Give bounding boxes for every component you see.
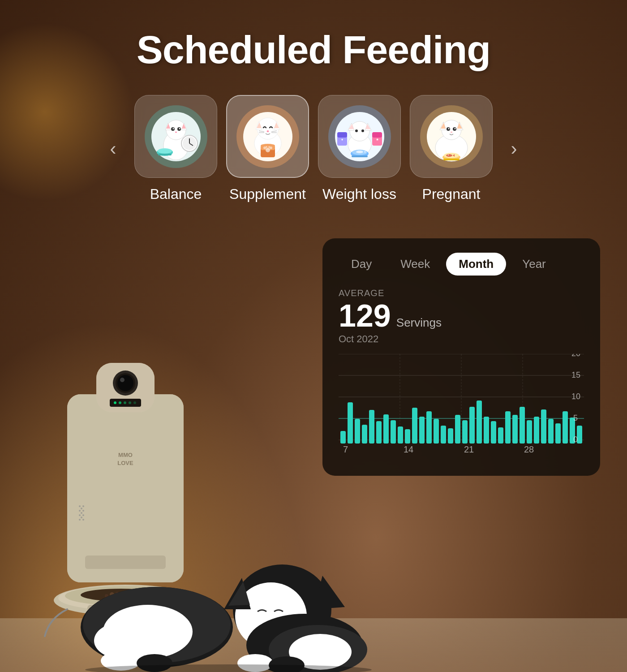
svg-point-44 [350,121,369,141]
svg-rect-57 [372,132,382,138]
prev-arrow[interactable]: ‹ [101,137,125,161]
svg-rect-184 [512,415,518,444]
svg-point-40 [268,146,270,148]
svg-rect-183 [505,411,511,444]
svg-rect-187 [534,417,539,444]
svg-point-79 [446,154,452,157]
svg-point-94 [119,401,121,404]
chart-value-row: 129 Servings [339,300,584,332]
svg-text:21: 21 [464,444,474,454]
svg-rect-185 [520,407,525,444]
svg-point-28 [266,130,269,132]
svg-rect-176 [455,415,460,444]
svg-text:0: 0 [573,435,578,444]
mode-card-weight-loss[interactable]: ♦ ★ Weight loss [318,95,401,202]
svg-text:7: 7 [343,444,348,454]
page-title: Scheduled Feeding [137,27,490,73]
svg-point-10 [172,128,174,129]
svg-text:14: 14 [404,444,413,454]
svg-rect-170 [412,408,417,444]
modes-row: ‹ [67,95,560,202]
mode-label-weight-loss: Weight loss [322,186,396,202]
svg-text:20: 20 [571,354,580,358]
svg-point-90 [117,375,133,391]
svg-rect-181 [491,421,496,444]
svg-point-75 [454,128,455,129]
svg-text:MMO: MMO [118,452,133,458]
svg-rect-186 [527,420,532,444]
svg-rect-165 [376,421,382,444]
mode-card-supplement[interactable]: Supplement [226,95,309,202]
svg-rect-191 [563,411,568,444]
cat-illustration [67,502,381,672]
chart-value-unit: Servings [396,316,442,330]
svg-rect-61 [352,155,368,157]
tab-year[interactable]: Year [510,253,558,276]
svg-point-52 [361,129,364,132]
svg-text:15: 15 [571,370,580,379]
svg-point-97 [133,401,136,404]
tab-week[interactable]: Week [388,253,442,276]
chart-panel: Day Week Month Year AVERAGE 129 Servings… [322,238,600,476]
svg-rect-162 [355,419,360,444]
svg-rect-19 [158,154,172,155]
chart-average-label: AVERAGE [339,288,584,298]
svg-rect-179 [477,401,482,444]
mode-label-pregnant: Pregnant [422,186,481,202]
svg-point-62 [356,151,363,153]
svg-rect-169 [405,429,410,444]
svg-point-74 [448,128,449,129]
chart-tabs: Day Week Month Year [339,253,584,276]
mode-card-balance[interactable]: Balance [134,95,217,202]
svg-point-11 [179,128,180,129]
svg-text:♦: ♦ [341,138,343,142]
svg-rect-174 [441,426,446,444]
mode-card-pregnant[interactable]: Pregnant [410,95,493,202]
svg-point-96 [129,401,131,404]
svg-point-91 [120,378,125,382]
svg-point-81 [448,155,449,155]
svg-rect-54 [337,132,347,138]
mode-icon-weight-loss: ♦ ★ [318,95,401,178]
svg-text:28: 28 [524,444,534,454]
svg-text:5: 5 [573,414,578,422]
svg-rect-172 [426,411,432,444]
svg-rect-189 [548,419,554,444]
mode-icon-supplement [226,95,309,178]
svg-rect-190 [555,423,561,444]
svg-rect-82 [443,159,460,160]
lower-section: MMO LOVE [0,229,627,672]
chart-svg: 7 14 21 28 20 15 10 5 0 [339,354,584,461]
chart-date: Oct 2022 [339,333,584,345]
svg-rect-178 [469,407,475,444]
svg-text:★: ★ [375,138,378,142]
svg-rect-164 [369,410,374,444]
svg-point-18 [158,148,172,154]
mode-icon-balance [134,95,217,178]
svg-rect-161 [348,402,353,444]
svg-rect-180 [484,417,489,444]
svg-point-51 [355,129,358,132]
tab-month[interactable]: Month [446,253,506,276]
svg-rect-177 [462,420,468,444]
svg-rect-167 [391,420,396,444]
next-arrow[interactable]: › [502,137,526,161]
svg-point-76 [451,131,452,133]
svg-rect-173 [434,419,439,444]
svg-rect-182 [498,427,503,444]
svg-rect-160 [340,431,346,444]
tab-day[interactable]: Day [339,253,384,276]
svg-text:10: 10 [571,392,580,401]
svg-point-35 [261,144,275,147]
chart-area: 7 14 21 28 20 15 10 5 0 [339,354,584,461]
svg-text:LOVE: LOVE [117,460,133,466]
svg-rect-168 [398,426,403,444]
svg-point-12 [175,131,177,133]
svg-point-36 [266,148,270,152]
svg-rect-175 [448,428,453,444]
svg-rect-188 [541,409,546,444]
mode-label-supplement: Supplement [229,186,306,202]
svg-point-39 [266,146,267,148]
mode-icon-pregnant [410,95,493,178]
chart-value-number: 129 [339,300,391,332]
